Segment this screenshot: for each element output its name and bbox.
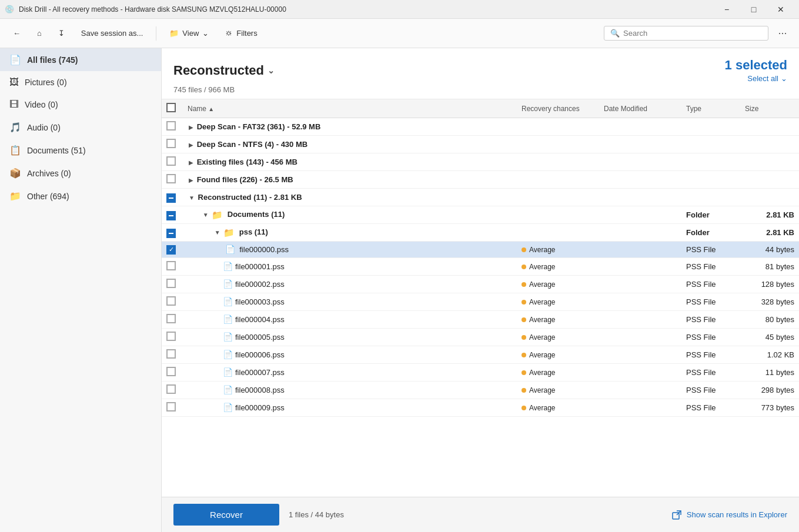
filters-button[interactable]: ⛭ Filters bbox=[219, 25, 263, 41]
minimize-button[interactable]: − bbox=[713, 0, 740, 19]
view-button[interactable]: 📁 View ⌄ bbox=[163, 25, 215, 41]
checkbox-g1[interactable] bbox=[166, 121, 176, 131]
checkbox-g2[interactable] bbox=[166, 139, 176, 148]
header-size-col[interactable]: Size bbox=[740, 99, 799, 118]
file5-chance-dot bbox=[521, 335, 526, 340]
checkbox-file0[interactable] bbox=[166, 245, 176, 255]
checkbox-file2[interactable] bbox=[166, 279, 176, 288]
header-chances-col[interactable]: Recovery chances bbox=[517, 99, 599, 118]
select-all-button[interactable]: Select all ⌄ bbox=[747, 74, 787, 83]
more-icon: ··· bbox=[778, 27, 787, 39]
checkbox-file9[interactable] bbox=[166, 402, 176, 411]
checkbox-file6[interactable] bbox=[166, 349, 176, 359]
header-name-col[interactable]: Name ▲ bbox=[183, 99, 517, 118]
group-row-reconstructed[interactable]: ▼ Reconstructed (11) - 2.81 KB bbox=[162, 189, 799, 206]
row-docs-folder[interactable]: ▼ 📁 Documents (11) Folder 2.81 KB bbox=[162, 206, 799, 224]
home-button[interactable]: ⌂ bbox=[31, 25, 48, 41]
maximize-button[interactable]: □ bbox=[740, 0, 767, 19]
group-row-found[interactable]: ▶ Found files (226) - 26.5 MB bbox=[162, 171, 799, 189]
show-explorer-button[interactable]: Show scan results in Explorer bbox=[671, 510, 787, 520]
folder-title[interactable]: Reconstructed ⌄ bbox=[173, 63, 275, 78]
expand-g2-button[interactable]: ▶ bbox=[188, 140, 195, 149]
sidebar-label-documents: Documents (51) bbox=[27, 146, 86, 155]
sidebar-item-documents[interactable]: 📋 Documents (51) bbox=[0, 139, 161, 162]
row-file6[interactable]: 📄file000006.pss Average PSS File 1.02 KB bbox=[162, 346, 799, 363]
external-link-icon bbox=[671, 510, 682, 520]
file0-chance: Average bbox=[529, 246, 555, 254]
file1-name: file000001.pss bbox=[235, 262, 285, 271]
checkbox-g5[interactable] bbox=[166, 193, 176, 203]
video-icon: 🎞 bbox=[9, 99, 19, 110]
file3-chance: Average bbox=[529, 298, 555, 306]
folder-icon: 📁 bbox=[169, 29, 179, 38]
sidebar-item-archives[interactable]: 📦 Archives (0) bbox=[0, 162, 161, 185]
expand-g5-button[interactable]: ▼ bbox=[188, 193, 196, 202]
row-file2[interactable]: 📄file000002.pss Average PSS File 128 byt… bbox=[162, 275, 799, 293]
group-existing-label: Existing files (143) - 456 MB bbox=[197, 158, 297, 166]
sidebar-label-archives: Archives (0) bbox=[27, 169, 71, 178]
header-checkbox[interactable] bbox=[166, 103, 176, 112]
checkbox-docs[interactable] bbox=[166, 211, 176, 220]
row-pss-folder[interactable]: ▼ 📁 pss (11) Folder 2.81 KB bbox=[162, 224, 799, 242]
filters-icon: ⛭ bbox=[225, 29, 233, 38]
download-icon-button[interactable]: ↧ bbox=[52, 25, 71, 41]
folder-title-text: Reconstructed bbox=[173, 63, 264, 78]
expand-g3-button[interactable]: ▶ bbox=[188, 158, 195, 167]
group-row-fat32[interactable]: ▶ Deep Scan - FAT32 (361) - 52.9 MB bbox=[162, 118, 799, 136]
row-file5[interactable]: 📄file000005.pss Average PSS File 45 byte… bbox=[162, 328, 799, 346]
documents-icon: 📋 bbox=[9, 145, 21, 156]
row-file8[interactable]: 📄file000008.pss Average PSS File 298 byt… bbox=[162, 381, 799, 399]
expand-docs-button[interactable]: ▼ bbox=[202, 210, 210, 219]
checkbox-file7[interactable] bbox=[166, 367, 176, 376]
sidebar-item-all-files[interactable]: 📄 All files (745) bbox=[0, 48, 161, 71]
window-controls: − □ ✕ bbox=[713, 0, 794, 19]
header-type-col[interactable]: Type bbox=[681, 99, 740, 118]
sidebar-item-other[interactable]: 📁 Other (694) bbox=[0, 185, 161, 208]
search-box[interactable]: 🔍 bbox=[604, 26, 768, 41]
close-button[interactable]: ✕ bbox=[767, 0, 794, 19]
row-file9[interactable]: 📄file000009.pss Average PSS File 773 byt… bbox=[162, 399, 799, 416]
pss-folder-size: 2.81 KB bbox=[766, 228, 794, 237]
row-file1[interactable]: 📄file000001.pss Average PSS File 81 byte… bbox=[162, 257, 799, 275]
recover-button[interactable]: Recover bbox=[173, 504, 279, 526]
all-files-icon: 📄 bbox=[9, 54, 21, 65]
docs-folder-icon: 📁 bbox=[212, 210, 223, 220]
expand-pss-button[interactable]: ▼ bbox=[213, 228, 222, 237]
group-row-ntfs[interactable]: ▶ Deep Scan - NTFS (4) - 430 MB bbox=[162, 136, 799, 153]
sidebar-item-audio[interactable]: 🎵 Audio (0) bbox=[0, 116, 161, 139]
sidebar-item-pictures[interactable]: 🖼 Pictures (0) bbox=[0, 71, 161, 93]
checkbox-file8[interactable] bbox=[166, 384, 176, 394]
checkbox-pss[interactable] bbox=[166, 229, 176, 238]
row-file3[interactable]: 📄file000003.pss Average PSS File 328 byt… bbox=[162, 293, 799, 310]
expand-g4-button[interactable]: ▶ bbox=[188, 176, 195, 185]
row-file4[interactable]: 📄file000004.pss Average PSS File 80 byte… bbox=[162, 310, 799, 328]
sidebar-label-pictures: Pictures (0) bbox=[25, 78, 67, 87]
row-file0[interactable]: 📄 file000000.pss Average PSS File 44 byt… bbox=[162, 242, 799, 258]
file2-type: PSS File bbox=[686, 280, 716, 289]
file1-size: 81 bytes bbox=[765, 262, 794, 271]
row-file7[interactable]: 📄file000007.pss Average PSS File 11 byte… bbox=[162, 363, 799, 381]
group-row-existing[interactable]: ▶ Existing files (143) - 456 MB bbox=[162, 153, 799, 171]
header-date-col[interactable]: Date Modified bbox=[599, 99, 681, 118]
checkbox-file3[interactable] bbox=[166, 296, 176, 306]
file4-icon: 📄 bbox=[223, 314, 233, 324]
checkbox-g4[interactable] bbox=[166, 174, 176, 183]
more-options-button[interactable]: ··· bbox=[773, 24, 792, 43]
file-table-container[interactable]: Name ▲ Recovery chances Date Modified Ty… bbox=[162, 99, 799, 497]
title-chevron-icon: ⌄ bbox=[268, 66, 275, 75]
audio-icon: 🎵 bbox=[9, 122, 21, 133]
select-all-row: Select all ⌄ bbox=[725, 74, 787, 83]
group-found-label: Found files (226) - 26.5 MB bbox=[197, 175, 293, 184]
sidebar-item-video[interactable]: 🎞 Video (0) bbox=[0, 93, 161, 116]
file6-size: 1.02 KB bbox=[767, 350, 794, 359]
checkbox-g3[interactable] bbox=[166, 156, 176, 166]
back-button[interactable]: ← bbox=[7, 25, 26, 41]
search-input[interactable] bbox=[623, 29, 762, 38]
checkbox-file5[interactable] bbox=[166, 332, 176, 341]
expand-g1-button[interactable]: ▶ bbox=[188, 123, 195, 132]
home-icon: ⌂ bbox=[37, 29, 42, 38]
save-session-button[interactable]: Save session as... bbox=[75, 25, 149, 41]
checkbox-file1[interactable] bbox=[166, 261, 176, 270]
checkbox-file4[interactable] bbox=[166, 314, 176, 323]
show-explorer-label: Show scan results in Explorer bbox=[687, 510, 787, 519]
